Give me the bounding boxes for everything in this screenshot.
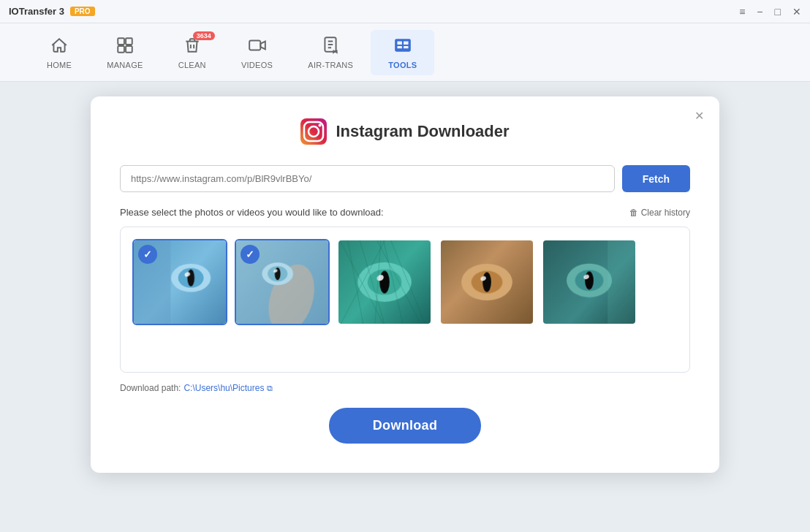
url-row: Fetch [120,165,690,192]
navbar: HOME MANAGE 3634 CLEAN [0,23,810,82]
photo-item-4[interactable] [439,239,534,325]
download-button[interactable]: Download [329,408,481,444]
svg-rect-6 [395,39,411,51]
svg-rect-8 [404,41,409,44]
download-path-link[interactable]: C:\Users\hu\Pictures [183,383,264,393]
svg-rect-0 [118,38,124,45]
select-header: Please select the photos or videos you w… [120,207,690,218]
url-input[interactable] [120,165,615,192]
fetch-button[interactable]: Fetch [622,165,690,192]
photo-canvas-4 [441,240,533,324]
main-content: ✕ Instagram Downloader [0,82,810,532]
photo-grid: ✓ ✓ [132,239,678,325]
check-mark-1: ✓ [138,245,157,264]
clean-badge: 3634 [193,31,215,40]
dialog-title: Instagram Downloader [120,118,690,145]
instagram-icon [300,118,327,145]
download-path: Download path: C:\Users\hu\Pictures ⧉ [120,383,690,393]
titlebar: IOTransfer 3 PRO ≡ − □ ✕ [0,0,810,23]
close-icon[interactable]: ✕ [792,7,801,17]
select-label: Please select the photos or videos you w… [120,207,384,218]
airtrans-icon [321,36,340,58]
tools-icon [393,36,412,58]
titlebar-controls: ≡ − □ ✕ [739,7,801,17]
sidebar-item-airtrans[interactable]: AIR-TRANS [290,30,371,75]
dialog-close-button[interactable]: ✕ [690,107,708,124]
sidebar-item-tools[interactable]: TOOLS [371,30,434,75]
photo-item-5[interactable] [542,239,637,325]
manage-label: MANAGE [107,61,143,69]
sidebar-item-manage[interactable]: MANAGE [89,30,160,75]
svg-rect-10 [404,46,409,48]
external-link-icon: ⧉ [267,384,273,393]
sidebar-item-videos[interactable]: VIDEOS [224,30,290,75]
svg-rect-4 [249,40,260,50]
dialog-title-text: Instagram Downloader [336,122,509,141]
svg-point-13 [319,124,322,127]
svg-rect-2 [118,46,124,53]
videos-icon [248,36,267,58]
sidebar-item-home[interactable]: HOME [29,30,89,75]
photo-canvas-3 [338,240,431,324]
photo-item-1[interactable]: ✓ [132,239,227,325]
sidebar-item-clean[interactable]: 3634 CLEAN [161,30,224,75]
maximize-icon[interactable]: □ [775,7,781,17]
photo-item-3[interactable] [337,239,432,325]
home-label: HOME [47,61,72,69]
manage-icon [116,36,135,58]
minimize-icon[interactable]: − [757,7,762,17]
trash-icon: 🗑 [629,208,638,218]
videos-label: VIDEOS [241,61,273,69]
airtrans-label: AIR-TRANS [308,61,353,69]
svg-rect-7 [397,41,402,44]
menu-icon[interactable]: ≡ [739,7,745,17]
app-name: IOTransfer 3 [9,6,64,17]
tools-label: TOOLS [388,61,417,69]
photo-canvas-5 [543,240,635,324]
instagram-downloader-dialog: ✕ Instagram Downloader [91,96,719,473]
titlebar-left: IOTransfer 3 PRO [9,6,95,17]
home-icon [50,36,69,58]
pro-badge: PRO [70,7,95,16]
clear-history-button[interactable]: 🗑 Clear history [629,208,690,218]
svg-rect-1 [126,38,132,45]
clean-label: CLEAN [178,61,206,69]
photo-item-2[interactable]: ✓ [235,239,330,325]
svg-rect-9 [397,46,402,48]
photo-grid-container: ✓ ✓ [120,227,690,373]
check-mark-2: ✓ [241,245,260,264]
svg-rect-3 [126,46,132,53]
download-btn-row: Download [120,408,690,444]
